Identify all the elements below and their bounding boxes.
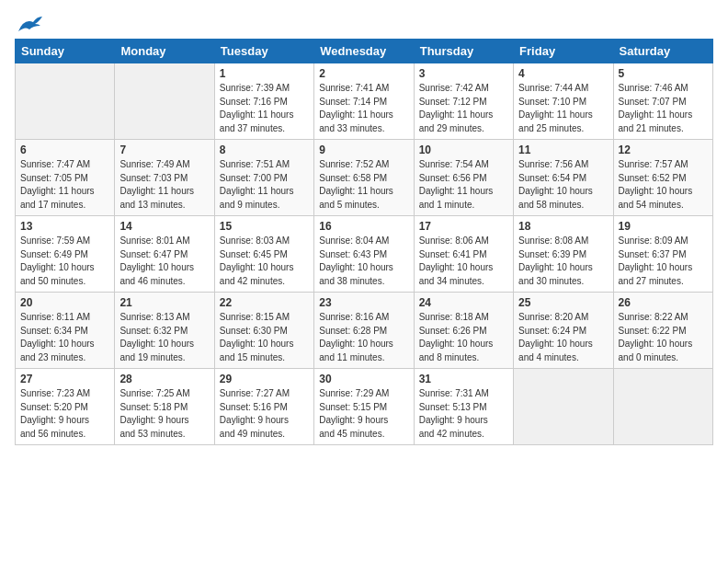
day-info: Sunrise: 7:25 AM Sunset: 5:18 PM Dayligh… bbox=[119, 387, 209, 441]
day-info: Sunrise: 8:18 AM Sunset: 6:26 PM Dayligh… bbox=[419, 311, 508, 364]
calendar-cell: 4Sunrise: 7:44 AM Sunset: 7:10 PM Daylig… bbox=[514, 63, 613, 140]
calendar-cell: 5Sunrise: 7:46 AM Sunset: 7:07 PM Daylig… bbox=[613, 63, 712, 140]
day-info: Sunrise: 7:47 AM Sunset: 7:05 PM Dayligh… bbox=[20, 158, 109, 212]
calendar-cell: 16Sunrise: 8:04 AM Sunset: 6:43 PM Dayli… bbox=[314, 216, 414, 293]
day-number: 30 bbox=[319, 373, 408, 385]
calendar-cell: 30Sunrise: 7:29 AM Sunset: 5:15 PM Dayli… bbox=[314, 369, 414, 445]
day-info: Sunrise: 7:59 AM Sunset: 6:49 PM Dayligh… bbox=[20, 235, 109, 288]
day-number: 29 bbox=[220, 373, 309, 385]
day-number: 3 bbox=[419, 67, 508, 80]
day-number: 19 bbox=[619, 220, 708, 233]
weekday-header-sunday: Sunday bbox=[16, 40, 115, 63]
day-number: 11 bbox=[518, 144, 608, 156]
calendar-cell: 28Sunrise: 7:25 AM Sunset: 5:18 PM Dayli… bbox=[115, 369, 214, 445]
calendar-cell: 15Sunrise: 8:03 AM Sunset: 6:45 PM Dayli… bbox=[214, 216, 313, 293]
calendar-week-3: 13Sunrise: 7:59 AM Sunset: 6:49 PM Dayli… bbox=[16, 216, 713, 293]
day-info: Sunrise: 8:15 AM Sunset: 6:30 PM Dayligh… bbox=[220, 311, 309, 364]
day-number: 23 bbox=[319, 296, 408, 309]
calendar-cell: 2Sunrise: 7:41 AM Sunset: 7:14 PM Daylig… bbox=[314, 63, 414, 140]
weekday-header-thursday: Thursday bbox=[414, 40, 513, 63]
calendar-cell: 20Sunrise: 8:11 AM Sunset: 6:34 PM Dayli… bbox=[16, 293, 115, 369]
day-info: Sunrise: 7:56 AM Sunset: 6:54 PM Dayligh… bbox=[518, 158, 608, 212]
calendar-week-1: 1Sunrise: 7:39 AM Sunset: 7:16 PM Daylig… bbox=[16, 63, 713, 140]
day-info: Sunrise: 7:54 AM Sunset: 6:56 PM Dayligh… bbox=[419, 158, 508, 212]
calendar-cell: 12Sunrise: 7:57 AM Sunset: 6:52 PM Dayli… bbox=[613, 140, 712, 216]
calendar-cell: 6Sunrise: 7:47 AM Sunset: 7:05 PM Daylig… bbox=[16, 140, 115, 216]
calendar-cell: 27Sunrise: 7:23 AM Sunset: 5:20 PM Dayli… bbox=[16, 369, 115, 445]
day-info: Sunrise: 8:09 AM Sunset: 6:37 PM Dayligh… bbox=[619, 235, 708, 288]
calendar-cell: 17Sunrise: 8:06 AM Sunset: 6:41 PM Dayli… bbox=[414, 216, 513, 293]
day-number: 14 bbox=[119, 220, 209, 233]
day-info: Sunrise: 8:01 AM Sunset: 6:47 PM Dayligh… bbox=[119, 235, 209, 288]
calendar-cell: 23Sunrise: 8:16 AM Sunset: 6:28 PM Dayli… bbox=[314, 293, 414, 369]
calendar-cell: 19Sunrise: 8:09 AM Sunset: 6:37 PM Dayli… bbox=[613, 216, 712, 293]
day-info: Sunrise: 8:04 AM Sunset: 6:43 PM Dayligh… bbox=[319, 235, 408, 288]
calendar-cell: 18Sunrise: 8:08 AM Sunset: 6:39 PM Dayli… bbox=[514, 216, 613, 293]
calendar-cell: 22Sunrise: 8:15 AM Sunset: 6:30 PM Dayli… bbox=[214, 293, 313, 369]
calendar-cell: 29Sunrise: 7:27 AM Sunset: 5:16 PM Dayli… bbox=[214, 369, 313, 445]
calendar-cell: 21Sunrise: 8:13 AM Sunset: 6:32 PM Dayli… bbox=[115, 293, 214, 369]
day-number: 12 bbox=[619, 144, 708, 156]
day-info: Sunrise: 7:31 AM Sunset: 5:13 PM Dayligh… bbox=[419, 387, 508, 441]
day-number: 1 bbox=[220, 67, 309, 80]
day-number: 26 bbox=[619, 296, 708, 309]
day-number: 8 bbox=[220, 144, 309, 156]
day-info: Sunrise: 7:39 AM Sunset: 7:16 PM Dayligh… bbox=[220, 82, 309, 135]
day-number: 4 bbox=[518, 67, 608, 80]
day-info: Sunrise: 8:16 AM Sunset: 6:28 PM Dayligh… bbox=[319, 311, 408, 364]
day-number: 25 bbox=[518, 296, 608, 309]
day-info: Sunrise: 8:22 AM Sunset: 6:22 PM Dayligh… bbox=[619, 311, 708, 364]
calendar-week-5: 27Sunrise: 7:23 AM Sunset: 5:20 PM Dayli… bbox=[16, 369, 713, 445]
day-number: 22 bbox=[220, 296, 309, 309]
logo-bird-icon bbox=[17, 15, 44, 35]
day-info: Sunrise: 7:29 AM Sunset: 5:15 PM Dayligh… bbox=[319, 387, 408, 441]
calendar-cell bbox=[514, 369, 613, 445]
calendar-cell: 25Sunrise: 8:20 AM Sunset: 6:24 PM Dayli… bbox=[514, 293, 613, 369]
day-number: 18 bbox=[518, 220, 608, 233]
day-info: Sunrise: 8:06 AM Sunset: 6:41 PM Dayligh… bbox=[419, 235, 508, 288]
calendar-cell: 7Sunrise: 7:49 AM Sunset: 7:03 PM Daylig… bbox=[115, 140, 214, 216]
day-number: 24 bbox=[419, 296, 508, 309]
day-info: Sunrise: 7:44 AM Sunset: 7:10 PM Dayligh… bbox=[518, 82, 608, 135]
calendar-cell: 24Sunrise: 8:18 AM Sunset: 6:26 PM Dayli… bbox=[414, 293, 513, 369]
day-number: 7 bbox=[119, 144, 209, 156]
day-number: 10 bbox=[419, 144, 508, 156]
calendar-header-row: SundayMondayTuesdayWednesdayThursdayFrid… bbox=[16, 40, 713, 63]
calendar-cell bbox=[115, 63, 214, 140]
calendar-table: SundayMondayTuesdayWednesdayThursdayFrid… bbox=[15, 39, 713, 445]
weekday-header-tuesday: Tuesday bbox=[214, 40, 313, 63]
calendar-cell: 13Sunrise: 7:59 AM Sunset: 6:49 PM Dayli… bbox=[16, 216, 115, 293]
calendar-cell: 9Sunrise: 7:52 AM Sunset: 6:58 PM Daylig… bbox=[314, 140, 414, 216]
day-number: 5 bbox=[619, 67, 708, 80]
calendar-cell: 8Sunrise: 7:51 AM Sunset: 7:00 PM Daylig… bbox=[214, 140, 313, 216]
calendar-cell bbox=[613, 369, 712, 445]
weekday-header-saturday: Saturday bbox=[613, 40, 712, 63]
calendar-week-4: 20Sunrise: 8:11 AM Sunset: 6:34 PM Dayli… bbox=[16, 293, 713, 369]
day-number: 21 bbox=[119, 296, 209, 309]
day-info: Sunrise: 7:57 AM Sunset: 6:52 PM Dayligh… bbox=[619, 158, 708, 212]
calendar-cell: 14Sunrise: 8:01 AM Sunset: 6:47 PM Dayli… bbox=[115, 216, 214, 293]
logo bbox=[15, 15, 44, 31]
day-info: Sunrise: 8:13 AM Sunset: 6:32 PM Dayligh… bbox=[119, 311, 209, 364]
day-info: Sunrise: 8:20 AM Sunset: 6:24 PM Dayligh… bbox=[518, 311, 608, 364]
weekday-header-friday: Friday bbox=[514, 40, 613, 63]
day-number: 27 bbox=[20, 373, 109, 385]
calendar-body: 1Sunrise: 7:39 AM Sunset: 7:16 PM Daylig… bbox=[16, 63, 713, 445]
day-info: Sunrise: 7:42 AM Sunset: 7:12 PM Dayligh… bbox=[419, 82, 508, 135]
calendar-cell: 11Sunrise: 7:56 AM Sunset: 6:54 PM Dayli… bbox=[514, 140, 613, 216]
day-number: 17 bbox=[419, 220, 508, 233]
page-header bbox=[15, 15, 713, 31]
day-number: 16 bbox=[319, 220, 408, 233]
day-number: 9 bbox=[319, 144, 408, 156]
day-info: Sunrise: 8:11 AM Sunset: 6:34 PM Dayligh… bbox=[20, 311, 109, 364]
day-info: Sunrise: 8:03 AM Sunset: 6:45 PM Dayligh… bbox=[220, 235, 309, 288]
day-number: 31 bbox=[419, 373, 508, 385]
day-number: 20 bbox=[20, 296, 109, 309]
day-number: 6 bbox=[20, 144, 109, 156]
day-info: Sunrise: 7:23 AM Sunset: 5:20 PM Dayligh… bbox=[20, 387, 109, 441]
day-info: Sunrise: 7:41 AM Sunset: 7:14 PM Dayligh… bbox=[319, 82, 408, 135]
day-number: 13 bbox=[20, 220, 109, 233]
calendar-cell: 3Sunrise: 7:42 AM Sunset: 7:12 PM Daylig… bbox=[414, 63, 513, 140]
calendar-cell: 26Sunrise: 8:22 AM Sunset: 6:22 PM Dayli… bbox=[613, 293, 712, 369]
day-number: 15 bbox=[220, 220, 309, 233]
